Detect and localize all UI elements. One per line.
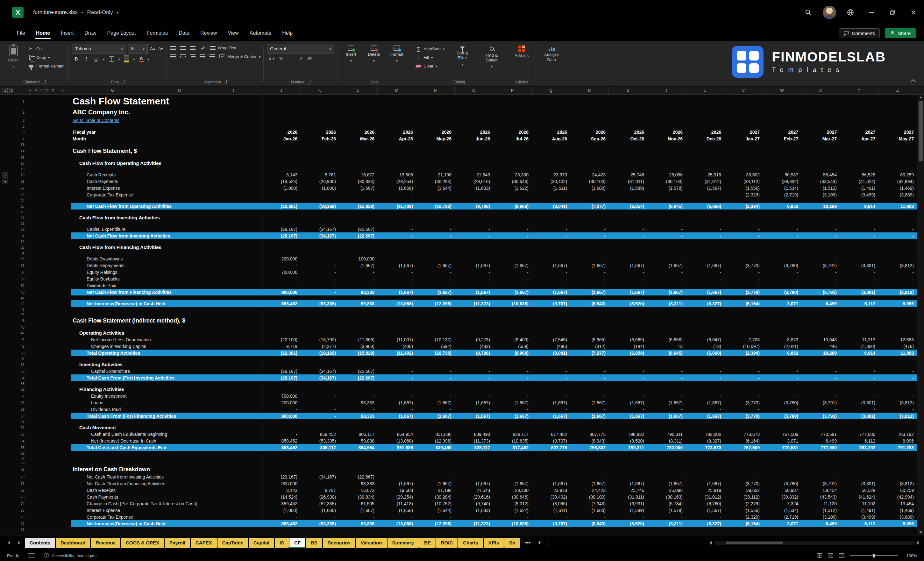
cell[interactable]: 3,143 — [262, 488, 301, 493]
zoom-slider[interactable] — [850, 555, 898, 556]
cell[interactable]: - — [416, 256, 454, 261]
row-number-52[interactable]: 52 — [13, 361, 27, 368]
cell[interactable]: (1,644) — [416, 186, 454, 191]
format-cells-button[interactable]: Format — [387, 44, 407, 65]
cell[interactable]: (1,667) — [609, 414, 647, 418]
row-label[interactable]: Net Cash Flow from Investing Activities — [71, 474, 262, 480]
row-number-70[interactable]: 70 — [13, 474, 27, 480]
cell[interactable]: 798,832 — [570, 445, 609, 450]
cell[interactable]: 98,333 — [339, 414, 378, 418]
cell[interactable]: - — [724, 276, 763, 282]
cell[interactable]: (1,667) — [378, 263, 416, 268]
cell[interactable]: - — [609, 270, 647, 275]
cell[interactable]: 25,096 — [647, 488, 686, 493]
increase-indent-icon[interactable] — [210, 54, 215, 58]
cell[interactable]: (3,780) — [763, 481, 801, 486]
cell[interactable]: (3,770) — [724, 400, 763, 405]
cell[interactable]: (43,543) — [801, 495, 840, 500]
row-label[interactable]: Loans — [71, 400, 262, 405]
cell[interactable]: 839,490 — [454, 432, 493, 437]
tab-cf[interactable]: CF — [290, 538, 305, 548]
row-number-53[interactable]: 53 — [13, 368, 27, 374]
row-label[interactable]: Total Cash From (For) Financing Activiti… — [71, 414, 262, 418]
cell[interactable]: - — [493, 270, 532, 275]
cell[interactable]: (34,167) — [301, 227, 339, 232]
row-number-34[interactable]: 34 — [13, 250, 27, 255]
cell[interactable]: (6,647) — [686, 337, 724, 342]
cell[interactable]: - — [301, 400, 339, 405]
align-left-icon[interactable] — [170, 54, 176, 58]
cell[interactable]: (1,600) — [570, 508, 609, 513]
cell[interactable]: - — [647, 283, 686, 288]
fill-color-button[interactable] — [124, 56, 129, 62]
cell[interactable]: (11,402) — [378, 351, 416, 356]
cell[interactable]: - — [840, 407, 879, 412]
menu-help[interactable]: Help — [277, 26, 298, 40]
fill-button[interactable]: ↓Fill — [413, 53, 446, 62]
cell[interactable]: 790,311 — [609, 445, 647, 450]
more-sheets-button[interactable]: ••• — [522, 540, 534, 546]
cell[interactable]: 3,071 — [763, 438, 801, 444]
cell[interactable]: - — [339, 393, 378, 399]
cell[interactable]: - — [339, 283, 378, 288]
cell[interactable]: (1,667) — [493, 481, 532, 486]
row-label[interactable]: Interest Expense — [71, 508, 262, 513]
cell[interactable]: 10,289 — [801, 204, 840, 209]
cell[interactable]: (559) — [493, 344, 532, 349]
autosum-button[interactable]: ∑AutoSum — [413, 45, 446, 53]
cell[interactable]: - — [378, 393, 416, 399]
cell[interactable]: Sep-26 — [570, 136, 609, 141]
cell[interactable]: - — [416, 514, 454, 520]
cell[interactable]: (1,656) — [378, 186, 416, 191]
row-label[interactable]: Equity Investment — [71, 393, 262, 399]
row-number-77[interactable]: 77 — [13, 520, 27, 527]
cell[interactable]: 21,543 — [454, 488, 493, 493]
cell[interactable]: - — [724, 375, 763, 381]
cell[interactable]: - — [339, 514, 378, 520]
column-header-L[interactable]: L — [339, 87, 378, 94]
cell[interactable]: (1,611) — [532, 186, 570, 191]
cell[interactable]: 2026 — [378, 130, 416, 135]
cell[interactable]: - — [416, 407, 454, 412]
cell[interactable]: (1,534) — [763, 508, 801, 513]
cell[interactable]: (6,658) — [647, 337, 686, 342]
cell[interactable]: 23,300 — [493, 488, 532, 493]
cell[interactable]: - — [763, 227, 801, 232]
cell[interactable]: - — [454, 514, 493, 520]
row-number-46[interactable]: 46 — [13, 325, 27, 330]
cell[interactable]: - — [570, 227, 609, 232]
cell[interactable]: - — [378, 369, 416, 374]
column-header-Y[interactable]: Y — [840, 87, 879, 94]
cell[interactable]: (7,343) — [570, 501, 609, 506]
cell[interactable]: (3,780) — [763, 400, 801, 405]
cell[interactable]: - — [840, 227, 879, 232]
cell[interactable]: 23,973 — [532, 488, 570, 493]
find-select-button[interactable]: Find & Select — [478, 44, 505, 70]
column-header-O[interactable]: O — [454, 87, 493, 94]
clipboard-dialog-launcher[interactable] — [42, 80, 45, 83]
cell[interactable]: - — [609, 474, 647, 480]
cell[interactable]: 817,482 — [532, 432, 570, 437]
analyze-data-button[interactable]: Analyze Data — [538, 44, 565, 64]
clear-button[interactable]: Clear — [413, 62, 446, 70]
cell[interactable]: (34,167) — [301, 375, 339, 381]
cell[interactable]: 858,452 — [262, 301, 301, 306]
outline-level-1-button[interactable]: 1 — [3, 88, 8, 93]
cell[interactable]: 25,919 — [686, 172, 724, 177]
cell[interactable]: 8,761 — [301, 172, 339, 177]
row-label[interactable]: Net Cash Flow from Financing Activities — [71, 481, 262, 486]
cell[interactable]: 858,452 — [301, 432, 339, 437]
cell[interactable]: (29,616) — [454, 179, 493, 184]
cell[interactable]: (1,667) — [378, 400, 416, 405]
cell[interactable]: (13,068) — [378, 301, 416, 306]
cell[interactable]: - — [301, 393, 339, 399]
cell[interactable]: 2026 — [609, 130, 647, 135]
row-number-73[interactable]: 73 — [13, 494, 27, 500]
italic-button[interactable]: I — [83, 56, 89, 62]
cell[interactable]: - — [454, 192, 493, 197]
cell[interactable]: - — [339, 407, 378, 412]
cell[interactable]: (1,667) — [416, 290, 454, 295]
cell[interactable]: (1,567) — [686, 508, 724, 513]
column-header-V[interactable]: V — [724, 87, 763, 94]
row-number-37[interactable]: 37 — [13, 269, 27, 275]
